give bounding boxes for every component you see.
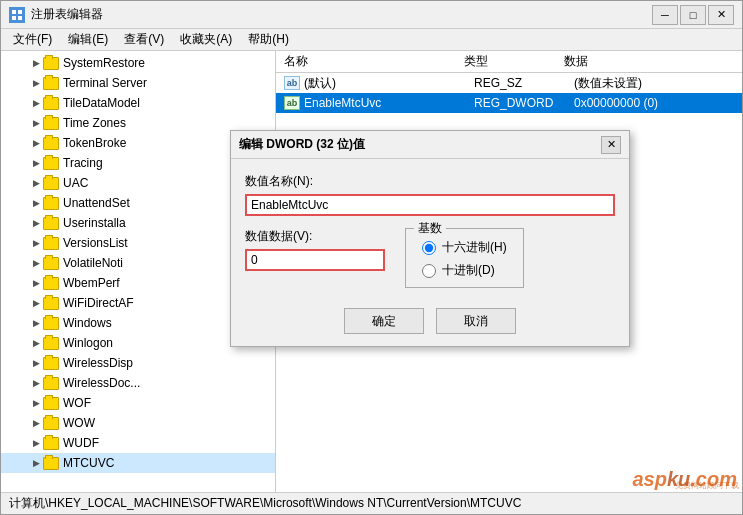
tree-arrow-icon: ▶ xyxy=(29,216,43,230)
tree-item-label: WOW xyxy=(63,416,95,430)
tree-arrow-icon: ▶ xyxy=(29,416,43,430)
menu-item[interactable]: 查看(V) xyxy=(116,29,172,50)
folder-icon xyxy=(43,437,59,450)
folder-icon xyxy=(43,217,59,230)
folder-icon xyxy=(43,137,59,150)
registry-row[interactable]: abEnableMtcUvcREG_DWORD0x00000000 (0) xyxy=(276,93,742,113)
svg-rect-2 xyxy=(18,10,22,14)
tree-item[interactable]: ▶WUDF xyxy=(1,433,275,453)
folder-icon xyxy=(43,57,59,70)
svg-rect-3 xyxy=(12,16,16,20)
tree-item-label: WUDF xyxy=(63,436,99,450)
folder-icon xyxy=(43,197,59,210)
dec-label: 十进制(D) xyxy=(442,262,495,279)
folder-icon xyxy=(43,317,59,330)
tree-arrow-icon: ▶ xyxy=(29,316,43,330)
tree-item-label: Time Zones xyxy=(63,116,126,130)
dialog-title-bar: 编辑 DWORD (32 位)值 ✕ xyxy=(231,131,629,159)
menu-item[interactable]: 收藏夹(A) xyxy=(172,29,240,50)
dialog-footer: 确定 取消 xyxy=(231,300,629,346)
tree-item-label: Winlogon xyxy=(63,336,113,350)
dec-radio[interactable] xyxy=(422,264,436,278)
close-button[interactable]: ✕ xyxy=(708,5,734,25)
values-header: 名称 类型 数据 xyxy=(276,51,742,73)
menu-item[interactable]: 文件(F) xyxy=(5,29,60,50)
edit-dword-dialog: 编辑 DWORD (32 位)值 ✕ 数值名称(N): 数值数据(V): 基数 … xyxy=(230,130,630,347)
hex-radio[interactable] xyxy=(422,241,436,255)
tree-item-label: SystemRestore xyxy=(63,56,145,70)
tree-arrow-icon: ▶ xyxy=(29,196,43,210)
dialog-title: 编辑 DWORD (32 位)值 xyxy=(239,136,601,153)
reg-type: REG_DWORD xyxy=(474,96,574,110)
reg-name: EnableMtcUvc xyxy=(304,96,474,110)
tree-arrow-icon: ▶ xyxy=(29,336,43,350)
tree-item[interactable]: ▶SystemRestore xyxy=(1,53,275,73)
reg-name: (默认) xyxy=(304,75,474,92)
tree-item[interactable]: ▶MTCUVC xyxy=(1,453,275,473)
reg-data: 0x00000000 (0) xyxy=(574,96,734,110)
tree-item-label: WiFiDirectAF xyxy=(63,296,134,310)
string-value-icon: ab xyxy=(284,76,300,90)
window-controls: ─ □ ✕ xyxy=(652,5,734,25)
tree-item[interactable]: ▶WirelessDisp xyxy=(1,353,275,373)
tree-arrow-icon: ▶ xyxy=(29,56,43,70)
tree-arrow-icon: ▶ xyxy=(29,136,43,150)
hex-label: 十六进制(H) xyxy=(442,239,507,256)
svg-rect-4 xyxy=(18,16,22,20)
tree-item-label: WirelessDoc... xyxy=(63,376,140,390)
tree-arrow-icon: ▶ xyxy=(29,356,43,370)
tree-item[interactable]: ▶WOF xyxy=(1,393,275,413)
tree-arrow-icon: ▶ xyxy=(29,436,43,450)
tree-item-label: UnattendSet xyxy=(63,196,130,210)
radio-group: 十六进制(H) 十进制(D) xyxy=(422,239,507,279)
dialog-close-button[interactable]: ✕ xyxy=(601,136,621,154)
folder-icon xyxy=(43,97,59,110)
data-group: 数值数据(V): xyxy=(245,228,385,288)
reg-data: (数值未设置) xyxy=(574,75,734,92)
header-name: 名称 xyxy=(284,53,464,70)
folder-icon xyxy=(43,457,59,470)
dec-radio-label[interactable]: 十进制(D) xyxy=(422,262,507,279)
tree-item[interactable]: ▶WOW xyxy=(1,413,275,433)
registry-row[interactable]: ab(默认)REG_SZ(数值未设置) xyxy=(276,73,742,93)
ok-button[interactable]: 确定 xyxy=(344,308,424,334)
tree-item-label: TokenBroke xyxy=(63,136,126,150)
tree-item-label: WirelessDisp xyxy=(63,356,133,370)
folder-icon xyxy=(43,277,59,290)
hex-radio-label[interactable]: 十六进制(H) xyxy=(422,239,507,256)
folder-icon xyxy=(43,237,59,250)
tree-item-label: Terminal Server xyxy=(63,76,147,90)
tree-arrow-icon: ▶ xyxy=(29,376,43,390)
tree-item-label: Tracing xyxy=(63,156,103,170)
tree-item-label: Userinstalla xyxy=(63,216,126,230)
tree-arrow-icon: ▶ xyxy=(29,176,43,190)
tree-item-label: VersionsList xyxy=(63,236,128,250)
reg-type: REG_SZ xyxy=(474,76,574,90)
tree-arrow-icon: ▶ xyxy=(29,256,43,270)
tree-arrow-icon: ▶ xyxy=(29,156,43,170)
data-input[interactable] xyxy=(245,249,385,271)
tree-item[interactable]: ▶Terminal Server xyxy=(1,73,275,93)
tree-arrow-icon: ▶ xyxy=(29,116,43,130)
folder-icon xyxy=(43,77,59,90)
title-bar: 注册表编辑器 ─ □ ✕ xyxy=(1,1,742,29)
svg-rect-1 xyxy=(12,10,16,14)
name-input[interactable] xyxy=(245,194,615,216)
folder-icon xyxy=(43,417,59,430)
tree-item[interactable]: ▶WirelessDoc... xyxy=(1,373,275,393)
minimize-button[interactable]: ─ xyxy=(652,5,678,25)
tree-arrow-icon: ▶ xyxy=(29,456,43,470)
cancel-button[interactable]: 取消 xyxy=(436,308,516,334)
tree-arrow-icon: ▶ xyxy=(29,396,43,410)
tree-arrow-icon: ▶ xyxy=(29,276,43,290)
status-bar: 计算机\HKEY_LOCAL_MACHINE\SOFTWARE\Microsof… xyxy=(1,492,742,514)
tree-arrow-icon: ▶ xyxy=(29,96,43,110)
header-data: 数据 xyxy=(564,53,734,70)
folder-icon xyxy=(43,357,59,370)
maximize-button[interactable]: □ xyxy=(680,5,706,25)
tree-item[interactable]: ▶TileDataModel xyxy=(1,93,275,113)
folder-icon xyxy=(43,117,59,130)
menu-item[interactable]: 编辑(E) xyxy=(60,29,116,50)
header-type: 类型 xyxy=(464,53,564,70)
menu-item[interactable]: 帮助(H) xyxy=(240,29,297,50)
